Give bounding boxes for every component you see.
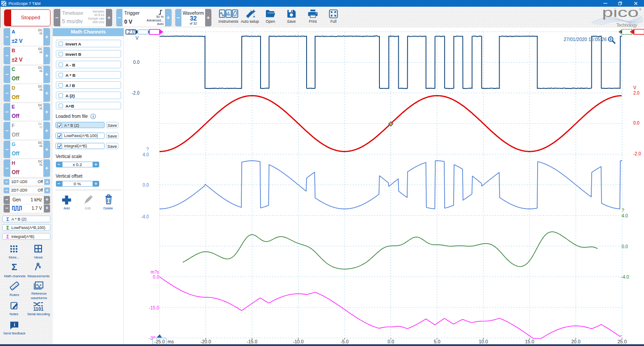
svg-text:-5.0: -5.0 <box>341 339 349 344</box>
svg-text:-15.0: -15.0 <box>149 305 159 310</box>
svg-text:10.0: 10.0 <box>479 339 488 344</box>
svg-text:0.0: 0.0 <box>387 339 394 344</box>
svg-text:-2.0: -2.0 <box>633 151 641 156</box>
svg-text:pico: pico <box>602 8 639 20</box>
svg-text:25.0: 25.0 <box>618 339 627 344</box>
svg-text:5.0: 5.0 <box>434 339 441 344</box>
svg-text:-2.0: -2.0 <box>132 91 140 96</box>
svg-text:20.0: 20.0 <box>571 339 581 344</box>
svg-text:Save: Save <box>287 19 296 24</box>
svg-text:-20.0: -20.0 <box>201 339 211 344</box>
svg-text:2.0: 2.0 <box>633 91 640 96</box>
svg-text:Σ: Σ <box>12 262 17 272</box>
svg-text:Print: Print <box>309 19 317 24</box>
svg-text:Technology: Technology <box>616 22 638 28</box>
svg-text:2.0: 2.0 <box>128 29 135 34</box>
svg-text:V: V <box>135 36 139 41</box>
svg-text:0.0: 0.0 <box>622 244 628 249</box>
svg-text:-25.0: -25.0 <box>154 339 165 344</box>
svg-text:-10.0: -10.0 <box>293 339 304 344</box>
svg-text:0.0: 0.0 <box>153 275 159 279</box>
svg-text:V: V <box>633 85 636 90</box>
svg-text:-15.0: -15.0 <box>247 339 257 344</box>
svg-text:Open: Open <box>266 19 275 24</box>
svg-text:i: i <box>93 114 93 119</box>
svg-text:Instruments: Instruments <box>219 19 238 24</box>
svg-text:-4.0: -4.0 <box>621 275 629 279</box>
svg-text:4.0: 4.0 <box>143 152 149 157</box>
svg-text:15.0: 15.0 <box>525 339 535 344</box>
svg-text:m?s: m?s <box>151 270 159 275</box>
svg-text:1101: 1101 <box>34 306 44 312</box>
svg-text:®: ® <box>639 8 642 11</box>
svg-text:ms: ms <box>168 339 174 344</box>
svg-text:?: ? <box>622 208 624 213</box>
svg-text:0.0: 0.0 <box>133 60 139 65</box>
svg-text:-4.0: -4.0 <box>141 214 149 219</box>
svg-text:i: i <box>14 322 15 327</box>
svg-text:4.0: 4.0 <box>622 213 628 218</box>
svg-text:27/01/2020 16:05:26: 27/01/2020 16:05:26 <box>564 37 607 42</box>
svg-text:0.0: 0.0 <box>633 121 640 125</box>
svg-text:Auto setup: Auto setup <box>241 19 259 24</box>
svg-text:?: ? <box>146 147 149 152</box>
svg-text:Full: Full <box>330 19 337 24</box>
svg-text:0.0: 0.0 <box>143 183 149 188</box>
